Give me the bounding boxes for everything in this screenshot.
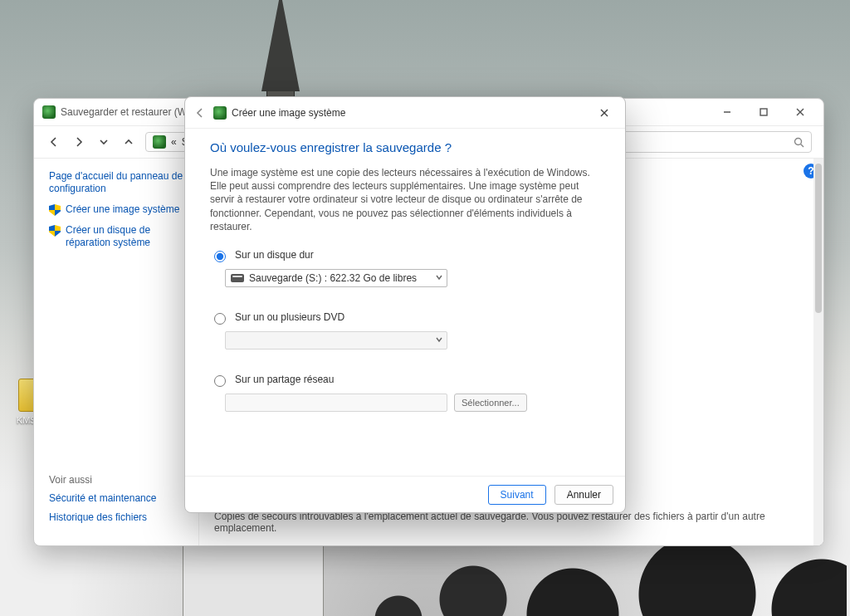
svg-line-5 <box>801 144 804 147</box>
search-icon <box>794 137 804 148</box>
wizard-body: Où voulez-vous enregistrer la sauvegarde… <box>185 129 625 476</box>
option-network: Sur un partage réseau Sélectionner... <box>210 373 600 412</box>
radio-network-label[interactable]: Sur un partage réseau <box>235 374 334 385</box>
chevron-down-icon <box>435 272 443 284</box>
radio-hard-disk[interactable] <box>214 251 226 262</box>
sidebar-security-link[interactable]: Sécurité et maintenance <box>49 492 156 505</box>
option-hard-disk: Sur un disque dur Sauvegarde (S:) : 622.… <box>210 248 600 287</box>
sidebar-create-image-link[interactable]: Créer une image système <box>49 203 187 216</box>
close-button[interactable] <box>782 100 818 124</box>
svg-rect-1 <box>760 109 767 115</box>
network-path-input[interactable] <box>225 394 447 412</box>
shield-icon <box>49 225 61 237</box>
option-dvd: Sur un ou plusieurs DVD <box>210 310 600 350</box>
radio-network[interactable] <box>214 375 226 387</box>
cancel-button[interactable]: Annuler <box>554 485 613 505</box>
hard-disk-value: Sauvegarde (S:) : 622.32 Go de libres <box>249 272 417 284</box>
address-icon <box>153 135 166 149</box>
network-select-button[interactable]: Sélectionner... <box>454 394 527 412</box>
breadcrumb-prefix: « <box>171 136 177 148</box>
dvd-select <box>225 331 447 350</box>
radio-dvd[interactable] <box>214 313 226 325</box>
sidebar: Page d'accueil du panneau de configurati… <box>34 159 198 545</box>
sidebar-history-link[interactable]: Historique des fichiers <box>49 511 156 524</box>
radio-hard-disk-label[interactable]: Sur un disque dur <box>235 249 314 261</box>
wizard-titlebar[interactable]: Créer une image système <box>185 97 625 129</box>
create-system-image-wizard: Créer une image système Où voulez-vous e… <box>184 96 626 513</box>
chevron-down-icon <box>435 335 443 346</box>
wizard-close-button[interactable] <box>590 101 618 125</box>
wizard-back-button[interactable] <box>193 106 207 120</box>
wizard-description: Une image système est une copie des lect… <box>210 166 600 233</box>
nav-back-button[interactable] <box>46 134 62 150</box>
restore-hint: Copies de secours introuvables à l'empla… <box>214 511 808 534</box>
shield-icon <box>49 204 61 216</box>
wizard-app-icon <box>213 106 227 120</box>
wizard-title: Créer une image système <box>232 107 345 119</box>
wallpaper-foliage <box>349 540 847 616</box>
sidebar-home-link[interactable]: Page d'accueil du panneau de configurati… <box>49 170 187 195</box>
see-also-heading: Voir aussi <box>49 474 156 486</box>
sidebar-create-repair-link[interactable]: Créer un disque de réparation système <box>49 224 187 249</box>
disk-icon <box>231 274 244 282</box>
minimize-button[interactable] <box>709 100 745 124</box>
radio-dvd-label[interactable]: Sur un ou plusieurs DVD <box>235 311 344 323</box>
nav-up-button[interactable] <box>120 134 137 150</box>
maximize-button[interactable] <box>745 100 782 124</box>
wizard-heading: Où voulez-vous enregistrer la sauvegarde… <box>210 140 600 154</box>
nav-forward-button[interactable] <box>71 134 87 150</box>
app-icon <box>42 105 56 119</box>
next-button[interactable]: Suivant <box>488 485 546 505</box>
wizard-footer: Suivant Annuler <box>185 476 625 512</box>
svg-point-4 <box>795 138 802 144</box>
hard-disk-select[interactable]: Sauvegarde (S:) : 622.32 Go de libres <box>225 269 447 287</box>
nav-recent-button[interactable] <box>95 134 112 150</box>
